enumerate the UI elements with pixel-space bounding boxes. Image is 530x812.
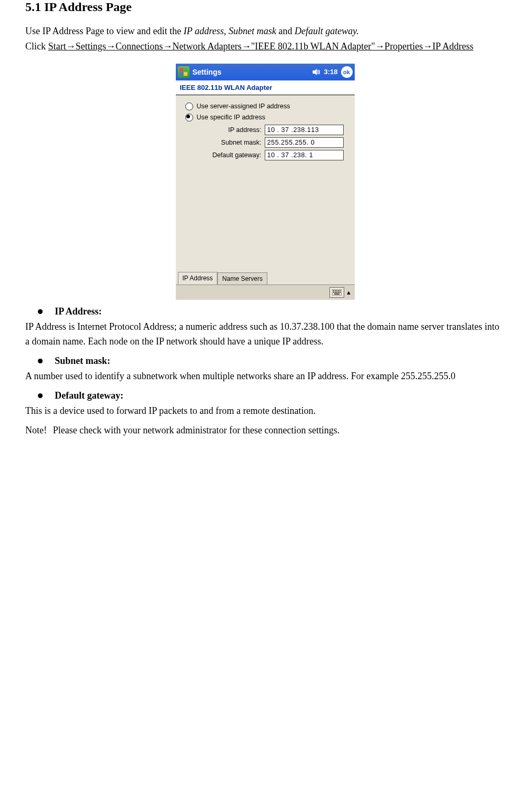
svg-rect-1 [184, 68, 187, 72]
tab-ip-address[interactable]: IP Address [178, 272, 218, 285]
keyboard-icon[interactable] [329, 287, 344, 298]
windows-flag-icon [178, 66, 189, 78]
svg-rect-16 [334, 293, 339, 295]
screenshot-title: Settings [193, 68, 313, 76]
arrow-up-icon[interactable]: ▲ [346, 289, 352, 296]
nav-path-paragraph: Click Start→Settings→Connections→Network… [25, 39, 505, 54]
screenshot: Settings 3:18 ok IEEE 802.11b WLAN Adapt… [176, 64, 355, 300]
screenshot-tabs: IP Address Name Servers [176, 272, 355, 285]
radio-specific-ip[interactable]: Use specific IP address [185, 114, 351, 121]
intro-italic-1: IP address, Subnet mask [184, 26, 276, 36]
svg-rect-8 [336, 290, 337, 291]
section-heading: 5.1 IP Address Page [25, 0, 505, 14]
note-paragraph: Note! Please check with your network adm… [25, 423, 505, 438]
default-gateway-label: Default gateway: [180, 151, 265, 159]
bullet-subnet-mask: Subnet mask: [25, 356, 505, 367]
click-prefix: Click [25, 41, 48, 52]
bullets-list-3: Default gateway: [25, 390, 505, 401]
ok-button[interactable]: ok [341, 66, 353, 78]
screenshot-adapter-header: IEEE 802.11b WLAN Adapter [176, 80, 355, 95]
svg-marker-4 [313, 69, 317, 75]
speaker-icon [312, 68, 322, 76]
ip-address-description: IP Address is Internet Protocol Address;… [25, 319, 505, 350]
subnet-mask-description: A number used to identify a subnetwork w… [25, 369, 505, 384]
tab-name-servers[interactable]: Name Servers [217, 272, 267, 285]
bullets-list-2: Subnet mask: [25, 356, 505, 367]
svg-rect-2 [179, 72, 183, 76]
subnet-mask-input[interactable]: 255.255.255. 0 [265, 137, 344, 148]
radio-label-2: Use specific IP address [197, 114, 265, 121]
bullet-default-gateway: Default gateway: [25, 390, 505, 401]
note-label: Note! [25, 423, 51, 438]
ip-address-label: IP address: [180, 126, 265, 134]
screenshot-titlebar: Settings 3:18 ok [176, 64, 355, 80]
svg-rect-12 [335, 292, 336, 293]
screenshot-time: 3:18 [324, 68, 337, 76]
svg-rect-11 [333, 292, 334, 293]
svg-rect-15 [339, 292, 341, 293]
intro-mid: and [276, 26, 295, 36]
screenshot-body: Use server-assigned IP address Use speci… [176, 95, 355, 272]
bullets-list: IP Address: [25, 306, 505, 317]
radio-icon-unselected [185, 103, 193, 110]
intro-paragraph: Use IP Address Page to view and edit the… [25, 24, 505, 39]
svg-rect-13 [336, 292, 337, 293]
default-gateway-input[interactable]: 10 . 37 .238. 1 [265, 150, 344, 160]
svg-rect-14 [338, 292, 339, 293]
svg-rect-6 [333, 290, 334, 291]
field-row-subnet: Subnet mask: 255.255.255. 0 [180, 137, 351, 148]
field-row-ip: IP address: 10 . 37 .238.113 [180, 125, 351, 135]
ip-address-input[interactable]: 10 . 37 .238.113 [265, 125, 344, 135]
bullet-ip-address: IP Address: [25, 306, 505, 317]
screenshot-container: Settings 3:18 ok IEEE 802.11b WLAN Adapt… [25, 64, 505, 300]
svg-rect-3 [184, 72, 187, 76]
subnet-mask-label: Subnet mask: [180, 139, 265, 146]
radio-server-assigned[interactable]: Use server-assigned IP address [185, 103, 351, 110]
default-gateway-description: This is a device used to forward IP pack… [25, 403, 505, 419]
intro-italic-2: Default gateway. [295, 26, 359, 36]
intro-prefix: Use IP Address Page to view and edit the [25, 26, 184, 36]
note-body: Please check with your network administr… [53, 425, 340, 435]
screenshot-bottom-bar: ▲ [176, 285, 355, 300]
radio-label-1: Use server-assigned IP address [197, 103, 291, 110]
svg-rect-9 [338, 290, 339, 291]
svg-rect-0 [179, 68, 183, 72]
nav-path-1: Start→Settings→ [48, 41, 116, 52]
nav-path-2: Connections→Network Adapters→"IEEE 802.1… [116, 41, 474, 52]
field-row-gateway: Default gateway: 10 . 37 .238. 1 [180, 150, 351, 160]
radio-icon-selected [185, 114, 193, 121]
svg-rect-7 [335, 290, 336, 291]
svg-rect-10 [339, 290, 341, 291]
